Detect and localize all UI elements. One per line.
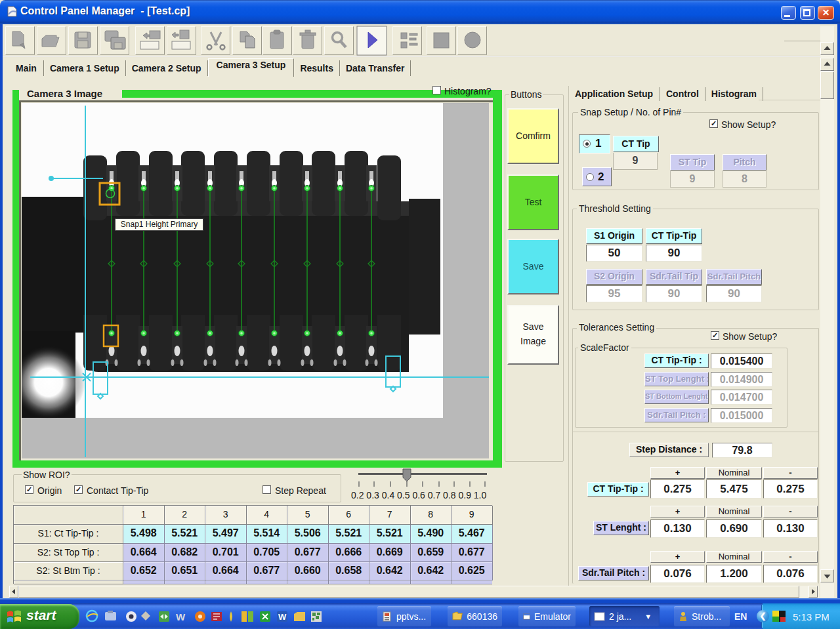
svg-text:W: W bbox=[278, 612, 287, 622]
svg-text:W: W bbox=[176, 611, 186, 622]
